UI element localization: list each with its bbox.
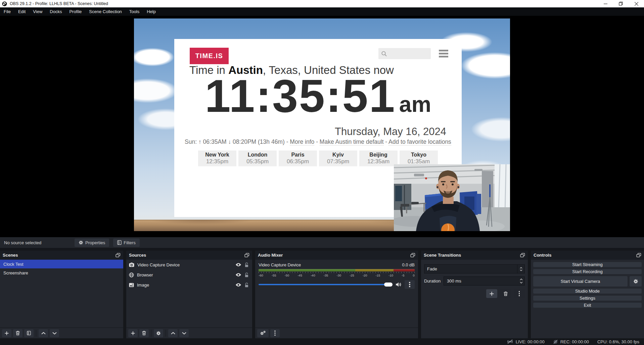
minimize-button[interactable] <box>598 0 613 7</box>
filters-button[interactable]: Filters <box>113 239 139 247</box>
settings-button[interactable]: Settings <box>533 296 642 301</box>
mixer-channel: Video Capture Device 0.0 dB -60-55-50-45… <box>255 260 418 328</box>
move-scene-down-button[interactable] <box>50 329 59 337</box>
mixer-menu-button[interactable] <box>270 329 280 337</box>
trash-icon <box>16 331 20 335</box>
volume-slider[interactable] <box>259 284 393 285</box>
cpu-fps-stats: CPU: 0.6%, 30.00 fps <box>597 339 639 344</box>
image-icon <box>129 283 134 287</box>
dock-area: Scenes Clock Test Screenshare Sources <box>0 248 644 338</box>
add-transition-button[interactable] <box>486 289 497 298</box>
filter-icon <box>27 331 31 335</box>
rec-timer: REC: 00:00:00 <box>560 339 589 344</box>
popout-icon[interactable] <box>520 253 525 257</box>
unlock-icon[interactable] <box>244 272 249 277</box>
menu-tools[interactable]: Tools <box>126 7 143 16</box>
plus-icon <box>490 292 494 296</box>
remove-source-button[interactable] <box>139 329 149 337</box>
timeis-current-time: 11:35:51 am <box>174 73 462 119</box>
popout-icon[interactable] <box>636 253 641 257</box>
studio-mode-button[interactable]: Studio Mode <box>533 289 642 294</box>
source-properties-button[interactable] <box>154 329 163 337</box>
scenes-dock: Scenes Clock Test Screenshare <box>0 251 123 338</box>
window-title: OBS 29.1.2 - Profile: LLHLS BETA - Scene… <box>10 1 108 6</box>
duration-spinbox[interactable]: 300 ms <box>444 276 525 286</box>
add-scene-button[interactable] <box>2 329 11 337</box>
menu-edit[interactable]: Edit <box>14 7 29 16</box>
popout-icon[interactable] <box>116 253 121 257</box>
plus-icon <box>131 331 135 335</box>
add-source-button[interactable] <box>128 329 138 337</box>
exit-button[interactable]: Exit <box>533 303 642 308</box>
start-streaming-button[interactable]: Start Streaming <box>533 262 642 267</box>
close-button[interactable] <box>629 0 644 7</box>
sources-toolbar <box>126 328 252 338</box>
sources-list: Video Capture Device Browser Image <box>126 260 252 328</box>
controls-body: Start Streaming Start Recording Start Vi… <box>531 260 644 338</box>
toolbar-separator <box>36 330 36 337</box>
visibility-eye-icon[interactable] <box>235 283 241 287</box>
live-timer: LIVE: 00:00:00 <box>516 339 545 344</box>
virtual-camera-config-button[interactable] <box>630 276 642 287</box>
trash-icon <box>504 292 508 296</box>
mixer-channel-menu-button[interactable] <box>405 280 415 289</box>
menu-profile[interactable]: Profile <box>65 7 85 16</box>
double-gear-icon <box>260 331 266 336</box>
timeis-sun-info: Sun: ↑ 06:35AM ↓ 08:20PM (13h 46m) - Mor… <box>174 138 462 145</box>
gear-icon <box>633 279 638 284</box>
mixer-db-value: 0.0 dB <box>402 262 415 267</box>
menu-scene-collection[interactable]: Scene Collection <box>85 7 126 16</box>
program-preview[interactable]: TIME.IS Time in Austin, Texas, United St… <box>134 18 510 231</box>
source-row-video-capture[interactable]: Video Capture Device <box>126 260 252 270</box>
kebab-menu-icon <box>519 291 520 296</box>
transition-properties-button[interactable] <box>514 289 525 298</box>
menu-help[interactable]: Help <box>143 7 159 16</box>
meter-tick-labels: -60-55-50-45-40-35-30-25-20-15-10-50 <box>259 273 415 277</box>
popout-icon[interactable] <box>410 253 415 257</box>
stream-inactive-icon <box>507 339 513 344</box>
scene-filters-button[interactable] <box>24 329 34 337</box>
timeis-date: Thursday, May 16, 2024 <box>335 126 446 138</box>
source-row-browser[interactable]: Browser <box>126 270 252 280</box>
transitions-body: Fade Duration 300 ms <box>421 260 528 338</box>
kebab-menu-icon <box>409 282 410 287</box>
properties-button[interactable]: Properties <box>75 239 109 247</box>
world-clock-cell: Kyiv07:35pm <box>319 150 357 166</box>
menu-view[interactable]: View <box>29 7 46 16</box>
advanced-audio-button[interactable] <box>257 329 269 337</box>
start-recording-button[interactable]: Start Recording <box>533 269 642 274</box>
scene-item-clock-test[interactable]: Clock Test <box>0 260 123 268</box>
title-bar: OBS 29.1.2 - Profile: LLHLS BETA - Scene… <box>0 0 644 7</box>
start-virtual-camera-button[interactable]: Start Virtual Camera <box>533 276 628 287</box>
volume-slider-handle[interactable] <box>384 283 393 287</box>
spin-arrows-icon[interactable] <box>518 278 524 284</box>
speaker-icon[interactable] <box>396 282 402 287</box>
menu-file[interactable]: File <box>0 7 14 16</box>
scene-item-screenshare[interactable]: Screenshare <box>0 268 123 277</box>
sources-dock: Sources Video Capture Device Browser <box>126 251 252 338</box>
add-favorite-link: Add to favorite locations <box>388 138 451 145</box>
select-arrows-icon <box>517 265 524 273</box>
world-clock-cell: Tokyo01:35am <box>400 150 438 166</box>
popout-icon[interactable] <box>244 253 249 257</box>
chevron-down-icon <box>182 332 186 335</box>
volume-meter <box>259 269 415 271</box>
audio-mixer-dock: Audio Mixer Video Capture Device 0.0 dB … <box>255 251 418 338</box>
move-scene-up-button[interactable] <box>39 329 48 337</box>
toolbar-separator <box>166 330 166 337</box>
visibility-eye-icon[interactable] <box>235 273 241 277</box>
restore-button[interactable] <box>613 0 629 7</box>
transition-select[interactable]: Fade <box>424 264 525 273</box>
move-source-down-button[interactable] <box>179 329 189 337</box>
source-row-image[interactable]: Image <box>126 280 252 290</box>
move-source-up-button[interactable] <box>168 329 178 337</box>
menu-docks[interactable]: Docks <box>46 7 65 16</box>
unlock-icon[interactable] <box>244 262 249 267</box>
kebab-menu-icon <box>274 331 276 336</box>
remove-transition-button[interactable] <box>500 289 511 298</box>
visibility-eye-icon[interactable] <box>235 263 241 267</box>
scenes-toolbar <box>0 328 123 338</box>
remove-scene-button[interactable] <box>13 329 22 337</box>
camera-icon <box>129 262 134 267</box>
unlock-icon[interactable] <box>244 283 249 288</box>
